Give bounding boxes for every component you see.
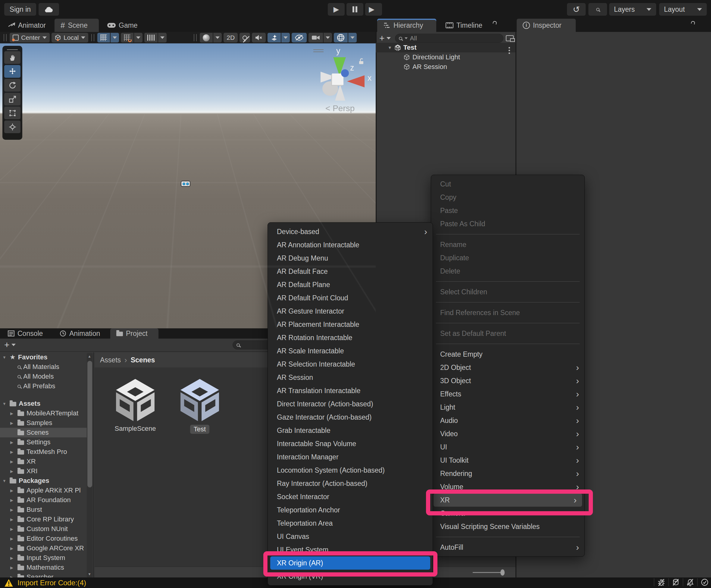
tab-console[interactable]: Console — [2, 328, 49, 339]
orientation-gizmo[interactable]: y z x < Persp — [313, 46, 373, 115]
menu-item[interactable]: AR Default Face › — [268, 265, 433, 278]
tree-item-folder[interactable]: ▶ Burst — [0, 505, 88, 515]
grid-visibility-dropdown[interactable] — [134, 33, 143, 42]
scale-tool-button[interactable] — [4, 93, 21, 105]
menu-item[interactable]: 3D Object › — [431, 374, 584, 387]
menu-item[interactable]: Rendering › — [431, 467, 584, 480]
tree-item-folder[interactable]: ▶ Google ARCore XR — [0, 543, 88, 553]
collapse-arrow-icon[interactable]: ▼ — [2, 401, 7, 406]
expand-arrow-icon[interactable]: ▶ — [10, 440, 15, 444]
undo-history-button[interactable]: ↺ — [567, 3, 586, 16]
hand-tool-button[interactable] — [4, 51, 21, 64]
slider-knob[interactable] — [500, 569, 504, 576]
layers-dropdown[interactable]: Layers — [609, 3, 656, 16]
menu-item[interactable]: › — [431, 231, 584, 238]
menu-item[interactable]: AR Placement Interactable › — [268, 318, 433, 331]
menu-item[interactable]: Duplicate › — [431, 251, 584, 264]
menu-item[interactable]: AR Default Point Cloud › — [268, 291, 433, 305]
menu-item[interactable]: Locomotion System (Action-based) › — [268, 463, 433, 477]
scene-lighting-toggle[interactable] — [239, 33, 250, 42]
expand-arrow-icon[interactable]: ▶ — [10, 469, 15, 474]
menu-item[interactable]: UI › — [431, 440, 584, 454]
scene-audio-toggle[interactable] — [252, 33, 266, 42]
rect-tool-button[interactable] — [4, 107, 21, 119]
draw-mode-dropdown[interactable] — [213, 33, 222, 42]
scene-camera-settings-button[interactable] — [308, 33, 323, 42]
menu-item[interactable]: Volume › — [431, 480, 584, 494]
menu-item[interactable]: Effects › — [431, 387, 584, 401]
tree-item-folder[interactable]: ▶ Searcher — [0, 572, 88, 578]
menu-item[interactable]: Rename › — [431, 238, 584, 251]
tree-item-folder[interactable]: ▶ Custom NUnit — [0, 524, 88, 534]
expand-arrow-icon[interactable]: ▶ — [10, 537, 15, 541]
menu-item[interactable]: AR Default Plane › — [268, 278, 433, 291]
hierarchy-scene-row[interactable]: ▼ Test — [376, 43, 515, 52]
scene-camera-dropdown[interactable] — [324, 33, 332, 42]
tree-section-assets[interactable]: ▼ Assets — [0, 399, 88, 409]
cloud-services-button[interactable] — [39, 3, 59, 16]
tab-hierarchy[interactable]: Hierarchy — [377, 19, 436, 32]
project-tree-scrollbar[interactable]: ▲ ▼ — [87, 353, 93, 578]
menu-item[interactable]: AR Gesture Interactor › — [268, 305, 433, 318]
scroll-up-icon[interactable]: ▲ — [88, 354, 91, 358]
menu-item[interactable]: AR Annotation Interactable › — [268, 238, 433, 252]
grid-snapping-dropdown[interactable] — [111, 33, 119, 42]
expand-arrow-icon[interactable]: ▶ — [10, 527, 15, 531]
collapse-arrow-icon[interactable]: ▼ — [388, 45, 392, 50]
menu-item[interactable]: Delete › — [431, 264, 584, 278]
expand-arrow-icon[interactable]: ▶ — [10, 421, 15, 425]
menu-item[interactable]: › — [431, 340, 584, 348]
tree-section-packages[interactable]: ▼ Packages — [0, 476, 88, 485]
snap-increment-dropdown[interactable] — [158, 33, 167, 42]
expand-arrow-icon[interactable]: ▶ — [10, 488, 15, 493]
tree-item-favorite[interactable]: ▶ All Materials — [0, 362, 88, 372]
menu-item[interactable]: AR Scale Interactable › — [268, 344, 433, 357]
menu-item[interactable]: AR Session › — [268, 371, 433, 384]
play-button[interactable]: ▶ — [328, 3, 345, 16]
effects-dropdown[interactable] — [281, 33, 290, 42]
projection-label[interactable]: < Persp — [325, 104, 354, 113]
progress-ok-icon[interactable] — [701, 579, 709, 586]
expand-arrow-icon[interactable]: ▶ — [10, 507, 15, 512]
overlay-drag-handle[interactable] — [313, 49, 324, 50]
tree-item-folder[interactable]: ▶ Input System — [0, 553, 88, 563]
menu-item[interactable]: 2D Object › — [431, 361, 584, 374]
tree-item-favorite[interactable]: ▶ All Models — [0, 372, 88, 382]
rotate-tool-button[interactable] — [4, 79, 21, 92]
thumbnail-size-slider[interactable] — [473, 572, 502, 573]
gizmo-unlock-icon[interactable] — [358, 58, 365, 66]
tree-item-folder[interactable]: ▶ Scenes — [0, 428, 88, 437]
asset-test[interactable]: Test — [177, 377, 222, 434]
menu-item[interactable]: XR Origin (VR) › — [268, 570, 433, 583]
tab-timeline[interactable]: Timeline — [439, 19, 488, 32]
axis-cone-white[interactable] — [335, 84, 345, 101]
menu-item[interactable]: Light › — [431, 401, 584, 414]
menu-item[interactable]: Socket Interactor › — [268, 490, 433, 503]
tree-item-folder[interactable]: ▶ TextMesh Pro — [0, 447, 88, 457]
tree-item-folder[interactable]: ▶ Editor Coroutines — [0, 534, 88, 543]
search-button[interactable] — [588, 3, 607, 16]
transform-tool-button[interactable] — [4, 121, 21, 133]
scene-visibility-toggle[interactable] — [292, 33, 307, 42]
project-add-button[interactable]: + — [2, 340, 18, 350]
2d-view-toggle[interactable]: 2D — [223, 33, 238, 42]
menu-item[interactable]: Device-based › — [268, 225, 433, 238]
axis-x-cone[interactable] — [347, 75, 365, 87]
tree-item-favorite[interactable]: ▶ All Prefabs — [0, 382, 88, 391]
menu-item[interactable]: Video › — [431, 427, 584, 440]
cache-server-disabled-icon[interactable] — [672, 579, 680, 586]
menu-item[interactable]: Paste › — [431, 204, 584, 217]
step-button[interactable]: ▶ — [365, 3, 382, 16]
status-error-message[interactable]: Import Error Code:(4) — [18, 579, 86, 587]
expand-arrow-icon[interactable]: ▶ — [10, 459, 15, 464]
menu-item[interactable]: › — [431, 278, 584, 285]
menu-item[interactable]: AR Debug Menu › — [268, 252, 433, 265]
expand-arrow-icon[interactable]: ▶ — [10, 517, 15, 522]
tree-item-folder[interactable]: ▶ Apple ARKit XR Pl — [0, 485, 88, 495]
tree-item-folder[interactable]: ▶ Mathematics — [0, 563, 88, 572]
scene-options-kebab-icon[interactable] — [509, 47, 510, 48]
hierarchy-search-input[interactable]: All — [395, 34, 503, 43]
menu-item[interactable]: Paste As Child › — [431, 217, 584, 231]
menu-item[interactable]: Ray Interactor (Action-based) › — [268, 477, 433, 490]
tab-inspector[interactable]: i Inspector — [517, 19, 576, 32]
